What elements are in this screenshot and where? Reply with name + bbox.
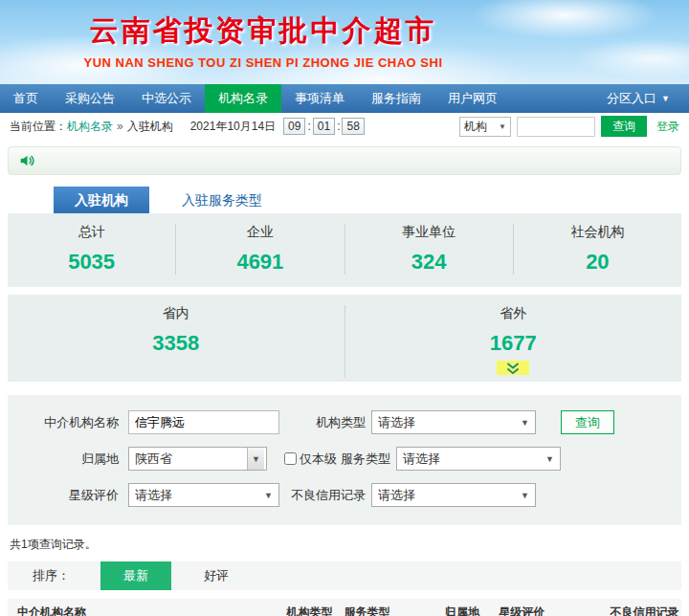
stats-panel-secondary: 省内 3358 省外 1677 [8, 295, 681, 382]
stat-value: 1677 [345, 331, 682, 356]
speaker-icon [18, 152, 36, 169]
org-name-input[interactable] [128, 410, 279, 434]
stat-label: 总计 [8, 224, 175, 241]
sort-label: 排序： [33, 567, 70, 584]
col-header-org-name: 中介机构名称 [8, 605, 278, 616]
nav-item-user-portal[interactable]: 用户网页 [434, 84, 511, 113]
sort-praise-button[interactable]: 好评 [204, 567, 229, 584]
stat-public-institution: 事业单位 324 [345, 224, 514, 275]
stat-value: 324 [345, 250, 513, 275]
stat-label: 事业单位 [345, 224, 513, 241]
tab-row: 入驻机构 入驻服务类型 [8, 187, 681, 213]
current-date: 2021年10月14日 [190, 119, 276, 135]
nav-item-purchase-notice[interactable]: 采购公告 [52, 84, 128, 113]
site-subtitle: YUN NAN SHENG TOU ZI SHEN PI ZHONG JIE C… [38, 55, 488, 70]
stat-value: 20 [514, 250, 681, 275]
local-only-checkbox[interactable] [284, 452, 297, 465]
top-search-area: 机构 ▼ 查询 登录 [459, 116, 679, 137]
service-type-value: 请选择 [403, 451, 440, 468]
tab-registered-orgs[interactable]: 入驻机构 [54, 187, 149, 213]
star-rating-label: 星级评价 [15, 487, 128, 504]
announcement-bar [8, 146, 681, 175]
zone-entry-dropdown[interactable]: 分区入口 ▼ [607, 84, 689, 113]
site-branding: 云南省投资审批中介超市 YUN NAN SHENG TOU ZI SHEN PI… [38, 11, 488, 70]
chevron-down-icon: ▼ [499, 122, 506, 131]
stat-out-province: 省外 1677 [345, 305, 682, 378]
result-table: 中介机构名称 机构类型 服务类型 归属地 星级评价 不良信用记录 信宇腾远规划设… [8, 599, 681, 616]
credit-record-value: 请选择 [378, 487, 415, 504]
chevron-down-icon: ▼ [542, 454, 558, 464]
nav-item-matter-list[interactable]: 事项清单 [281, 84, 358, 113]
site-title: 云南省投资审批中介超市 [38, 11, 488, 51]
clock-hours: 09 [283, 118, 305, 135]
star-rating-select[interactable]: 请选择 ▼ [128, 483, 279, 507]
service-type-select[interactable]: 请选择 ▼ [396, 447, 561, 471]
nav-item-org-directory[interactable]: 机构名录 [205, 84, 281, 113]
table-header-row: 中介机构名称 机构类型 服务类型 归属地 星级评价 不良信用记录 [8, 599, 681, 616]
result-count: 共1项查询记录。 [10, 537, 679, 553]
clock: 09 : 01 : 58 [283, 118, 365, 135]
col-header-org-type: 机构类型 [278, 605, 335, 616]
breadcrumb-prefix: 当前位置： [10, 119, 67, 135]
credit-record-select[interactable]: 请选择 ▼ [371, 483, 536, 507]
stat-value: 5035 [8, 250, 175, 275]
filter-row-1: 中介机构名称 机构类型 请选择 ▼ 查询 [15, 410, 674, 434]
zone-entry-label: 分区入口 [607, 90, 656, 107]
region-value: 陕西省 [135, 451, 172, 468]
site-header: 云南省投资审批中介超市 YUN NAN SHENG TOU ZI SHEN PI… [0, 0, 689, 84]
stat-value: 4691 [176, 250, 344, 275]
stat-in-province: 省内 3358 [8, 305, 345, 378]
sort-newest-button[interactable]: 最新 [100, 561, 171, 590]
stat-enterprise: 企业 4691 [176, 224, 344, 275]
stat-label: 省外 [345, 305, 682, 322]
chevron-down-icon: ▼ [260, 491, 277, 500]
stat-total: 总计 5035 [8, 224, 176, 275]
star-rating-value: 请选择 [135, 487, 172, 504]
main-nav: 首页 采购公告 中选公示 机构名录 事项清单 服务指南 用户网页 分区入口 ▼ [0, 84, 689, 113]
top-search-input[interactable] [517, 117, 595, 137]
search-category-value: 机构 [464, 119, 487, 135]
chevron-down-icon: ▼ [517, 418, 533, 428]
local-only-wrap: 仅本级 [284, 451, 337, 468]
org-name-label: 中介机构名称 [15, 414, 128, 431]
col-header-star-rating: 星级评价 [489, 605, 600, 616]
service-type-label: 服务类型 [341, 451, 390, 468]
chevron-down-icon: ▼ [247, 448, 264, 470]
sort-bar: 排序： 最新 好评 [8, 561, 681, 590]
col-header-service-type: 服务类型 [334, 605, 435, 616]
login-link[interactable]: 登录 [656, 119, 679, 135]
chevron-down-icon: ▼ [661, 94, 670, 103]
filter-panel: 中介机构名称 机构类型 请选择 ▼ 查询 归属地 陕西省 ▼ 仅本级 服务类型 … [8, 395, 681, 525]
nav-item-selection-publicity[interactable]: 中选公示 [128, 84, 205, 113]
breadcrumb-link-org-directory[interactable]: 机构名录 [67, 119, 113, 135]
col-header-region: 归属地 [435, 605, 489, 616]
stat-label: 企业 [176, 224, 344, 241]
stat-label: 社会机构 [514, 224, 681, 241]
stat-value: 3358 [8, 331, 344, 356]
clock-separator: : [307, 120, 310, 133]
stat-label: 省内 [8, 305, 344, 322]
credit-record-label: 不良信用记录 [279, 487, 371, 504]
org-type-label: 机构类型 [279, 414, 371, 431]
region-select[interactable]: 陕西省 ▼ [128, 447, 267, 471]
stats-panel-primary: 总计 5035 企业 4691 事业单位 324 社会机构 20 [8, 213, 681, 287]
top-query-button[interactable]: 查询 [601, 116, 647, 137]
nav-item-service-guide[interactable]: 服务指南 [358, 84, 434, 113]
breadcrumb-row: 当前位置： 机构名录 » 入驻机构 2021年10月14日 09 : 01 : … [0, 113, 689, 140]
col-header-credit-record: 不良信用记录 [600, 605, 680, 616]
filter-query-button[interactable]: 查询 [561, 410, 614, 434]
nav-item-home[interactable]: 首页 [0, 84, 52, 113]
expand-more-icon[interactable] [497, 361, 529, 375]
search-category-select[interactable]: 机构 ▼ [459, 117, 511, 137]
org-type-value: 请选择 [378, 414, 415, 431]
breadcrumb-separator: » [117, 120, 123, 133]
filter-row-3: 星级评价 请选择 ▼ 不良信用记录 请选择 ▼ [15, 483, 674, 507]
region-label: 归属地 [15, 451, 128, 468]
stat-social-org: 社会机构 20 [514, 224, 681, 275]
clock-separator: : [337, 120, 340, 133]
org-type-select[interactable]: 请选择 ▼ [371, 410, 536, 434]
tab-service-types[interactable]: 入驻服务类型 [149, 187, 295, 213]
local-only-label: 仅本级 [300, 451, 337, 468]
clock-seconds: 58 [342, 118, 364, 135]
chevron-down-icon: ▼ [517, 491, 533, 500]
